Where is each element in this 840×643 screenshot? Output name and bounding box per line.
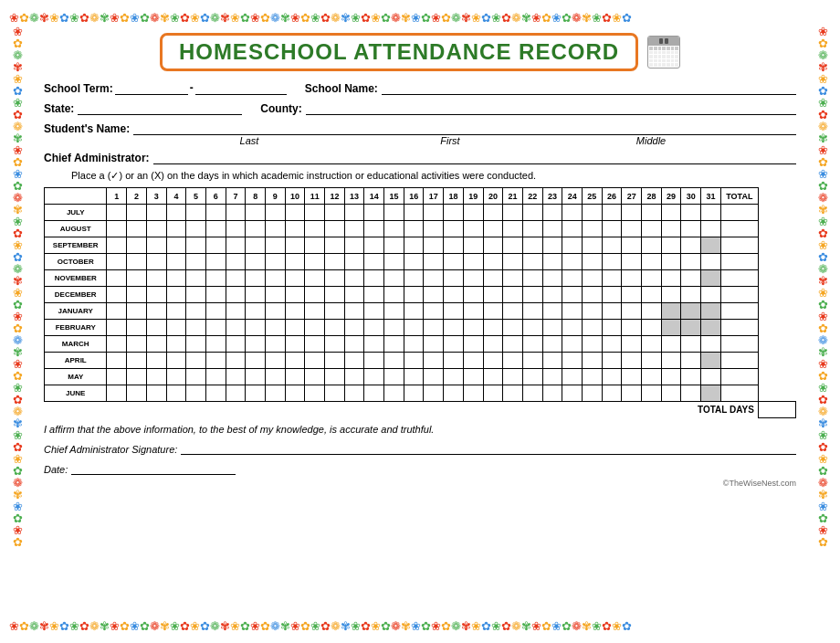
total-cell-march[interactable] [720, 336, 758, 353]
day-cell-october-12[interactable] [325, 254, 345, 270]
total-days-value[interactable] [758, 402, 795, 418]
day-cell-december-14[interactable] [364, 287, 384, 303]
day-cell-december-27[interactable] [622, 287, 642, 303]
day-cell-april-25[interactable] [582, 353, 602, 369]
day-cell-may-27[interactable] [622, 369, 642, 385]
day-cell-august-18[interactable] [444, 221, 464, 237]
day-cell-march-13[interactable] [344, 336, 364, 353]
day-cell-february-25[interactable] [582, 320, 602, 336]
day-cell-december-29[interactable] [661, 287, 681, 303]
day-cell-february-4[interactable] [166, 320, 186, 336]
day-cell-september-3[interactable] [146, 237, 166, 254]
day-cell-march-22[interactable] [522, 336, 542, 353]
day-cell-september-17[interactable] [424, 237, 444, 254]
day-cell-november-21[interactable] [503, 270, 523, 287]
day-cell-may-2[interactable] [127, 369, 147, 385]
day-cell-march-18[interactable] [444, 336, 464, 353]
day-cell-february-28[interactable] [642, 320, 662, 336]
day-cell-march-27[interactable] [622, 336, 642, 353]
day-cell-january-28[interactable] [642, 303, 662, 320]
day-cell-february-9[interactable] [265, 320, 285, 336]
day-cell-november-2[interactable] [127, 270, 147, 287]
day-cell-june-17[interactable] [424, 385, 444, 402]
day-cell-may-7[interactable] [226, 369, 246, 385]
day-cell-october-9[interactable] [265, 254, 285, 270]
day-cell-july-17[interactable] [424, 205, 444, 221]
day-cell-march-24[interactable] [562, 336, 583, 353]
day-cell-september-4[interactable] [166, 237, 186, 254]
day-cell-july-6[interactable] [205, 205, 226, 221]
day-cell-january-5[interactable] [186, 303, 206, 320]
admin-line[interactable] [153, 150, 796, 164]
day-cell-march-14[interactable] [364, 336, 384, 353]
day-cell-february-12[interactable] [325, 320, 345, 336]
day-cell-october-2[interactable] [127, 254, 147, 270]
day-cell-september-16[interactable] [404, 237, 424, 254]
day-cell-december-31[interactable] [701, 287, 721, 303]
day-cell-july-28[interactable] [642, 205, 662, 221]
day-cell-june-6[interactable] [205, 385, 226, 402]
day-cell-may-8[interactable] [246, 369, 266, 385]
day-cell-december-20[interactable] [483, 287, 503, 303]
day-cell-june-16[interactable] [404, 385, 424, 402]
day-cell-august-28[interactable] [642, 221, 662, 237]
day-cell-may-23[interactable] [542, 369, 562, 385]
day-cell-april-14[interactable] [364, 353, 384, 369]
day-cell-november-30[interactable] [681, 270, 701, 287]
day-cell-september-5[interactable] [186, 237, 206, 254]
day-cell-december-16[interactable] [404, 287, 424, 303]
day-cell-june-31[interactable] [701, 385, 721, 402]
day-cell-november-13[interactable] [344, 270, 364, 287]
day-cell-june-24[interactable] [562, 385, 583, 402]
day-cell-may-22[interactable] [522, 369, 542, 385]
day-cell-july-13[interactable] [344, 205, 364, 221]
day-cell-february-22[interactable] [522, 320, 542, 336]
day-cell-december-5[interactable] [186, 287, 206, 303]
day-cell-june-29[interactable] [661, 385, 681, 402]
day-cell-may-28[interactable] [642, 369, 662, 385]
day-cell-august-16[interactable] [404, 221, 424, 237]
day-cell-may-21[interactable] [503, 369, 523, 385]
day-cell-january-22[interactable] [522, 303, 542, 320]
day-cell-january-1[interactable] [107, 303, 127, 320]
day-cell-october-31[interactable] [701, 254, 721, 270]
day-cell-august-2[interactable] [127, 221, 147, 237]
day-cell-may-20[interactable] [483, 369, 503, 385]
day-cell-october-19[interactable] [463, 254, 483, 270]
day-cell-may-16[interactable] [404, 369, 424, 385]
day-cell-january-13[interactable] [344, 303, 364, 320]
day-cell-april-12[interactable] [325, 353, 345, 369]
day-cell-october-16[interactable] [404, 254, 424, 270]
day-cell-august-6[interactable] [205, 221, 226, 237]
day-cell-august-15[interactable] [384, 221, 404, 237]
day-cell-april-3[interactable] [146, 353, 166, 369]
day-cell-december-2[interactable] [127, 287, 147, 303]
day-cell-november-27[interactable] [622, 270, 642, 287]
day-cell-january-9[interactable] [265, 303, 285, 320]
day-cell-april-10[interactable] [285, 353, 305, 369]
day-cell-march-25[interactable] [582, 336, 602, 353]
day-cell-november-31[interactable] [701, 270, 721, 287]
day-cell-november-24[interactable] [562, 270, 583, 287]
day-cell-march-7[interactable] [226, 336, 246, 353]
day-cell-september-28[interactable] [642, 237, 662, 254]
total-cell-november[interactable] [720, 270, 758, 287]
day-cell-may-10[interactable] [285, 369, 305, 385]
day-cell-may-13[interactable] [344, 369, 364, 385]
day-cell-march-5[interactable] [186, 336, 206, 353]
day-cell-june-30[interactable] [681, 385, 701, 402]
day-cell-september-14[interactable] [364, 237, 384, 254]
student-name-line[interactable] [133, 121, 796, 135]
day-cell-november-6[interactable] [205, 270, 226, 287]
day-cell-august-4[interactable] [166, 221, 186, 237]
day-cell-march-16[interactable] [404, 336, 424, 353]
day-cell-october-11[interactable] [305, 254, 325, 270]
day-cell-july-31[interactable] [701, 205, 721, 221]
day-cell-january-14[interactable] [364, 303, 384, 320]
total-cell-may[interactable] [720, 369, 758, 385]
day-cell-october-14[interactable] [364, 254, 384, 270]
day-cell-february-20[interactable] [483, 320, 503, 336]
day-cell-september-6[interactable] [205, 237, 226, 254]
day-cell-november-17[interactable] [424, 270, 444, 287]
day-cell-september-15[interactable] [384, 237, 404, 254]
